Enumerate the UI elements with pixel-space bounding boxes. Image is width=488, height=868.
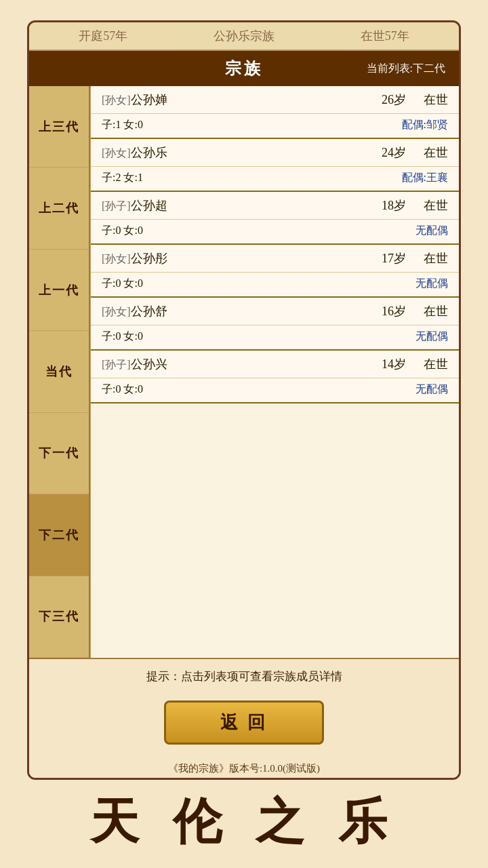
top-partial-row: 开庭57年 公孙乐宗族 在世57年 — [29, 22, 459, 51]
return-button[interactable]: 返 回 — [164, 701, 325, 745]
sidebar-item-shang1[interactable]: 上一代 — [29, 250, 89, 331]
entry-age-4: 16岁 — [373, 303, 414, 319]
entry-status-4: 在世 — [414, 303, 448, 319]
entry-children-5: 子:0 女:0 — [102, 382, 415, 397]
sidebar-item-xia2[interactable]: 下二代 — [29, 494, 89, 576]
entry-name-4: [孙女]公孙舒 — [102, 303, 373, 319]
main-content: 上三代上二代上一代当代下一代下二代下三代 [孙女]公孙婵 26岁 在世 子:1 … — [29, 86, 459, 658]
entry-age-1: 24岁 — [373, 144, 414, 161]
entry-children-4: 子:0 女:0 — [102, 330, 415, 344]
entry-name-1: [孙女]公孙乐 — [102, 144, 373, 161]
hint-area: 提示：点击列表项可查看宗族成员详情 — [29, 658, 459, 694]
entry-status-0: 在世 — [414, 92, 448, 108]
sidebar-item-xia3[interactable]: 下三代 — [29, 576, 89, 658]
sidebar-item-shang2[interactable]: 上二代 — [29, 167, 89, 249]
entry-age-3: 17岁 — [373, 250, 414, 267]
header-bar: 宗族 当前列表:下二代 — [29, 51, 459, 86]
family-list[interactable]: [孙女]公孙婵 26岁 在世 子:1 女:0 配偶:邹贤 [孙女]公孙乐 24岁… — [90, 86, 459, 658]
family-entry-3[interactable]: [孙女]公孙彤 17岁 在世 子:0 女:0 无配偶 — [91, 245, 459, 298]
entry-spouse-5: 无配偶 — [415, 382, 448, 397]
entry-age-0: 26岁 — [373, 92, 414, 108]
entry-children-0: 子:1 女:0 — [102, 118, 402, 132]
entry-status-3: 在世 — [414, 250, 448, 267]
entry-spouse-2: 无配偶 — [415, 224, 448, 238]
family-entry-2[interactable]: [孙子]公孙超 18岁 在世 子:0 女:0 无配偶 — [91, 192, 459, 245]
return-area: 返 回 — [29, 694, 459, 757]
sidebar-item-xia1[interactable]: 下一代 — [29, 413, 89, 494]
sidebar-item-dangdai[interactable]: 当代 — [29, 331, 89, 412]
entry-name-3: [孙女]公孙彤 — [102, 250, 373, 267]
hint-text: 提示：点击列表项可查看宗族成员详情 — [146, 670, 342, 683]
entry-spouse-3: 无配偶 — [415, 277, 448, 291]
entry-children-3: 子:0 女:0 — [102, 277, 415, 291]
top-col1: 开庭57年 — [79, 28, 127, 44]
top-col3: 在世57年 — [361, 28, 409, 44]
header-subtitle: 当前列表:下二代 — [367, 62, 445, 76]
entry-name-0: [孙女]公孙婵 — [102, 92, 373, 108]
entry-status-5: 在世 — [414, 356, 448, 372]
entry-children-2: 子:0 女:0 — [102, 224, 415, 238]
entry-status-1: 在世 — [414, 144, 448, 161]
header-title: 宗族 — [225, 58, 263, 79]
entry-children-1: 子:2 女:1 — [102, 171, 402, 185]
entry-spouse-4: 无配偶 — [415, 330, 448, 344]
entry-name-5: [孙子]公孙兴 — [102, 356, 373, 372]
entry-age-2: 18岁 — [373, 197, 414, 214]
app-tagline: 天 伦 之 乐 — [0, 789, 488, 854]
top-col2: 公孙乐宗族 — [214, 28, 274, 44]
entry-status-2: 在世 — [414, 197, 448, 214]
generation-sidebar: 上三代上二代上一代当代下一代下二代下三代 — [29, 86, 90, 658]
main-panel: 开庭57年 公孙乐宗族 在世57年 宗族 当前列表:下二代 上三代上二代上一代当… — [27, 20, 461, 780]
family-entry-1[interactable]: [孙女]公孙乐 24岁 在世 子:2 女:1 配偶:王襄 — [91, 139, 459, 192]
entry-spouse-0: 配偶:邹贤 — [402, 118, 448, 132]
family-entry-4[interactable]: [孙女]公孙舒 16岁 在世 子:0 女:0 无配偶 — [91, 298, 459, 351]
entry-spouse-1: 配偶:王襄 — [402, 171, 448, 185]
family-entry-5[interactable]: [孙子]公孙兴 14岁 在世 子:0 女:0 无配偶 — [91, 351, 459, 403]
footer: 《我的宗族》版本号:1.0.0(测试版) — [29, 757, 459, 778]
family-entry-0[interactable]: [孙女]公孙婵 26岁 在世 子:1 女:0 配偶:邹贤 — [91, 86, 459, 139]
sidebar-item-shang3[interactable]: 上三代 — [29, 86, 89, 167]
entry-age-5: 14岁 — [373, 356, 414, 372]
entry-name-2: [孙子]公孙超 — [102, 197, 373, 214]
